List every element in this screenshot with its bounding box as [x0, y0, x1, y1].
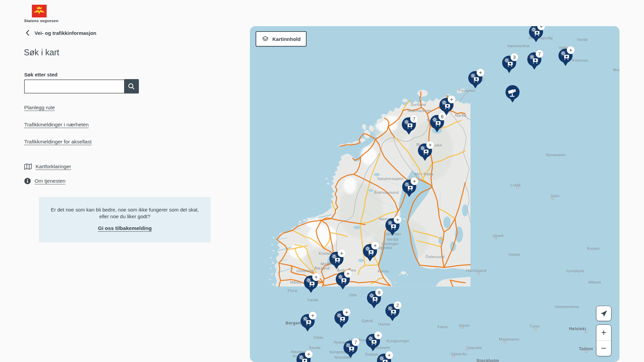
- map-place-label: Mariehamn: [499, 337, 519, 341]
- marker-count-badge: +: [305, 350, 313, 358]
- map-place-label: Stjørdal: [378, 246, 392, 250]
- map-city-dot: [551, 197, 554, 200]
- map-city-dot: [494, 237, 497, 239]
- marker-count-badge: 8: [375, 289, 383, 296]
- map-city-dot: [516, 186, 519, 189]
- webcam-cluster-marker[interactable]: 7: [399, 114, 418, 137]
- marker-count-badge: +: [374, 331, 382, 339]
- feedback-text: Er det noe som kan bli bedre, noe som ik…: [50, 206, 199, 220]
- map-city-dot: [585, 330, 587, 333]
- marker-count-badge: 2: [394, 301, 401, 309]
- webcam-cluster-marker[interactable]: +: [294, 350, 313, 362]
- marker-count-badge: +: [344, 270, 352, 278]
- map-legend-link[interactable]: Kartforklaringer: [36, 164, 71, 170]
- marker-count-badge: +: [309, 312, 317, 319]
- map-place-label: Odda: [313, 336, 323, 340]
- map-place-label: Östersund: [426, 255, 445, 259]
- chevron-left-icon: [25, 29, 30, 36]
- webcam-cluster-marker[interactable]: +: [298, 311, 317, 334]
- webcam-cluster-marker[interactable]: +: [302, 273, 320, 295]
- webcam-cluster-marker[interactable]: 2: [383, 301, 402, 323]
- map-place-label: Brønnøysund: [374, 190, 398, 194]
- map-place-label: Vardø: [577, 38, 588, 42]
- webcam-cluster-marker[interactable]: +: [332, 308, 351, 330]
- map-place-label: Måløy: [290, 280, 301, 284]
- marker-count-badge: +: [312, 273, 320, 281]
- search-icon: [128, 83, 135, 90]
- map-city-dot: [585, 350, 588, 353]
- map-place-label: Falun: [438, 325, 448, 329]
- webcam-cluster-marker[interactable]: 8: [365, 288, 383, 311]
- map-content-label: Kartinnhold: [272, 36, 301, 42]
- webcam-cluster-marker[interactable]: +: [375, 351, 393, 362]
- search-button[interactable]: [124, 79, 139, 94]
- map-city-dot: [466, 348, 468, 351]
- webcam-cluster-marker[interactable]: +: [383, 215, 402, 238]
- back-link-label: Vei- og trafikkinformasjon: [35, 30, 96, 36]
- map-place-label: Vaasa: [508, 252, 520, 256]
- layers-icon: [262, 35, 269, 43]
- map-place-label: Kuopio: [587, 246, 600, 250]
- marker-count-badge: +: [371, 242, 379, 249]
- marker-count-badge: 6: [438, 113, 446, 120]
- back-link[interactable]: Vei- og trafikkinformasjon: [25, 29, 96, 36]
- map-place-label: Røros: [378, 269, 389, 273]
- cctv-camera-icon: [503, 82, 522, 105]
- navigation-arrow-icon: [600, 309, 608, 317]
- map-content-button[interactable]: Kartinnhold: [256, 31, 307, 47]
- map-place-label: Mo i Rana: [415, 172, 433, 176]
- marker-count-badge: +: [448, 96, 455, 103]
- marker-count-badge: +: [477, 69, 484, 76]
- webcam-cluster-marker[interactable]: +: [364, 331, 382, 354]
- info-icon: [24, 178, 31, 184]
- map-place-label: Sortland: [411, 103, 426, 107]
- marker-count-badge: 7: [352, 338, 360, 346]
- webcam-cluster-marker[interactable]: 7: [341, 338, 360, 360]
- locate-button[interactable]: [596, 306, 611, 321]
- map-place-label: Murmansk: [613, 68, 620, 72]
- webcam-cluster-marker[interactable]: +: [466, 68, 485, 91]
- map-city-dot: [452, 355, 455, 358]
- plan-route-link[interactable]: Planlegg rute: [24, 105, 55, 111]
- feedback-box: Er det noe som kan bli bedre, noe som ik…: [39, 197, 211, 242]
- webcam-cluster-marker[interactable]: 3: [500, 53, 519, 75]
- webcam-cluster-marker[interactable]: +: [327, 249, 346, 272]
- map-canvas[interactable]: HonningsvågHammerfestVardøVadsøKirkenesM…: [250, 26, 620, 362]
- webcam-cluster-marker[interactable]: +: [527, 26, 545, 45]
- marker-count-badge: +: [343, 308, 351, 316]
- statens-vegvesen-logo-icon: [32, 5, 47, 17]
- map-place-label: Hämeenlinna: [555, 305, 579, 309]
- webcam-cluster-marker[interactable]: +: [333, 269, 352, 292]
- webcam-marker[interactable]: [503, 82, 522, 105]
- map-place-label: Otta: [349, 293, 357, 297]
- webcam-cluster-marker[interactable]: 6: [428, 112, 446, 135]
- marker-count-badge: +: [567, 46, 575, 54]
- feedback-link[interactable]: Gi oss tilbakemelding: [98, 225, 152, 231]
- zoom-in-button[interactable]: +: [596, 325, 611, 341]
- webcam-cluster-marker[interactable]: +: [416, 140, 434, 163]
- map-icon: [24, 163, 32, 170]
- map-city-dot: [461, 326, 464, 329]
- map-place-label: Kongsvinger: [387, 339, 410, 343]
- map-place-label: Florø: [288, 289, 298, 293]
- page-title: Søk i kart: [24, 48, 59, 57]
- map-overlay-layer: HonningsvågHammerfestVardøVadsøKirkenesM…: [250, 26, 620, 362]
- map-place-label: Luleå: [511, 183, 521, 187]
- map-place-label: Sauda: [309, 346, 320, 350]
- traffic-nearby-link[interactable]: Trafikkmeldinger i nærheten: [24, 122, 89, 128]
- webcam-cluster-marker[interactable]: +: [361, 241, 379, 264]
- zoom-out-button[interactable]: −: [596, 341, 611, 356]
- traffic-axle-load-link[interactable]: Trafikkmeldinger for aksellast: [24, 139, 92, 145]
- webcam-cluster-marker[interactable]: +: [400, 177, 419, 199]
- marker-count-badge: 7: [410, 115, 418, 123]
- map-legend-row: Kartforklaringer: [24, 163, 71, 170]
- map-city-dot: [504, 341, 506, 343]
- webcam-cluster-marker[interactable]: 7: [525, 49, 544, 72]
- map-place-label: Helsinki: [569, 326, 586, 331]
- search-input[interactable]: [24, 79, 125, 94]
- search-label: Søk etter sted: [24, 72, 57, 77]
- logo-text: Statens vegvesen: [24, 19, 58, 23]
- map-place-label: Uppsala: [467, 346, 482, 350]
- about-service-link[interactable]: Om tjenesten: [35, 178, 65, 184]
- webcam-cluster-marker[interactable]: +: [556, 46, 575, 68]
